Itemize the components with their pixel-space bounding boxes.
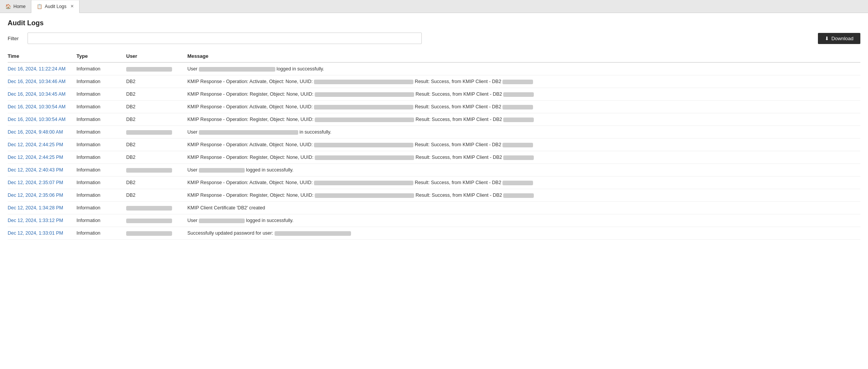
time-link[interactable]: Dec 12, 2024, 2:35:06 PM <box>8 193 63 198</box>
type-cell: Information <box>76 126 126 139</box>
audit-logs-icon: 📋 <box>37 4 42 9</box>
user-cell <box>126 214 187 227</box>
message-cell: Successfully updated password for user: <box>187 227 860 240</box>
user-cell: DB2 <box>126 139 187 151</box>
col-header-user: User <box>126 50 187 62</box>
redacted-value <box>502 105 533 109</box>
table-row: Dec 16, 2024, 9:48:00 AMInformationUser … <box>8 126 860 139</box>
user-cell: DB2 <box>126 113 187 126</box>
redacted-value <box>315 155 414 160</box>
table-row: Dec 16, 2024, 10:30:54 AMInformationDB2K… <box>8 101 860 113</box>
message-cell: KMIP Response - Operation: Register, Obj… <box>187 151 860 164</box>
message-cell: KMIP Client Certificate 'DB2' created <box>187 202 860 214</box>
main-content: Audit Logs Filter ⬇ Download Time Type U… <box>0 13 868 246</box>
message-cell: User logged in successfully. <box>187 214 860 227</box>
table-row: Dec 16, 2024, 10:34:45 AMInformationDB2K… <box>8 88 860 101</box>
message-cell: KMIP Response - Operation: Activate, Obj… <box>187 139 860 151</box>
filter-input[interactable] <box>28 33 422 44</box>
type-cell: Information <box>76 88 126 101</box>
time-link[interactable]: Dec 16, 2024, 10:34:46 AM <box>8 79 66 84</box>
user-cell: DB2 <box>126 176 187 189</box>
time-link[interactable]: Dec 12, 2024, 2:35:07 PM <box>8 180 63 185</box>
user-cell <box>126 227 187 240</box>
tab-home[interactable]: 🏠 Home <box>0 0 31 13</box>
redacted-value <box>502 143 533 147</box>
redacted-value <box>199 130 298 135</box>
table-row: Dec 12, 2024, 2:44:25 PMInformationDB2KM… <box>8 139 860 151</box>
table-header-row: Time Type User Message <box>8 50 860 62</box>
redacted-value <box>314 143 413 147</box>
tab-audit-logs[interactable]: 📋 Audit Logs ✕ <box>31 0 80 13</box>
type-cell: Information <box>76 202 126 214</box>
user-redacted <box>126 219 172 223</box>
user-cell: DB2 <box>126 189 187 202</box>
type-cell: Information <box>76 62 126 75</box>
time-link[interactable]: Dec 16, 2024, 10:30:54 AM <box>8 117 66 122</box>
page-title: Audit Logs <box>8 19 860 27</box>
redacted-value <box>314 181 413 185</box>
table-row: Dec 16, 2024, 11:22:24 AMInformationUser… <box>8 62 860 75</box>
user-redacted <box>126 206 172 211</box>
table-row: Dec 12, 2024, 2:44:25 PMInformationDB2KM… <box>8 151 860 164</box>
redacted-value <box>315 193 414 198</box>
audit-table: Time Type User Message Dec 16, 2024, 11:… <box>8 50 860 240</box>
message-cell: User in successfully. <box>187 126 860 139</box>
time-link[interactable]: Dec 12, 2024, 2:44:25 PM <box>8 155 63 160</box>
filter-label: Filter <box>8 36 23 41</box>
message-cell: User logged in successfully. <box>187 164 860 176</box>
col-header-type: Type <box>76 50 126 62</box>
time-link[interactable]: Dec 16, 2024, 10:30:54 AM <box>8 104 66 109</box>
time-link[interactable]: Dec 16, 2024, 11:22:24 AM <box>8 66 66 72</box>
type-cell: Information <box>76 101 126 113</box>
redacted-value <box>315 118 414 122</box>
redacted-value <box>275 231 351 236</box>
table-row: Dec 12, 2024, 2:40:43 PMInformationUser … <box>8 164 860 176</box>
type-cell: Information <box>76 176 126 189</box>
redacted-value <box>199 219 245 223</box>
table-row: Dec 12, 2024, 1:33:01 PMInformationSucce… <box>8 227 860 240</box>
user-cell <box>126 164 187 176</box>
user-cell <box>126 126 187 139</box>
col-header-message: Message <box>187 50 860 62</box>
filter-row: Filter ⬇ Download <box>8 33 860 44</box>
tab-home-label: Home <box>13 4 26 9</box>
message-cell: KMIP Response - Operation: Activate, Obj… <box>187 176 860 189</box>
user-cell: DB2 <box>126 101 187 113</box>
tab-audit-logs-label: Audit Logs <box>45 4 67 9</box>
message-cell: KMIP Response - Operation: Activate, Obj… <box>187 101 860 113</box>
redacted-value <box>503 118 534 122</box>
type-cell: Information <box>76 227 126 240</box>
tab-close-button[interactable]: ✕ <box>70 4 74 9</box>
type-cell: Information <box>76 189 126 202</box>
time-link[interactable]: Dec 12, 2024, 2:44:25 PM <box>8 142 63 147</box>
redacted-value <box>199 67 275 72</box>
user-redacted <box>126 130 172 135</box>
table-row: Dec 16, 2024, 10:34:46 AMInformationDB2K… <box>8 75 860 88</box>
time-link[interactable]: Dec 16, 2024, 10:34:45 AM <box>8 91 66 97</box>
redacted-value <box>502 181 533 185</box>
redacted-value <box>315 92 414 97</box>
user-cell <box>126 202 187 214</box>
type-cell: Information <box>76 214 126 227</box>
download-label: Download <box>831 36 853 41</box>
redacted-value <box>503 92 534 97</box>
redacted-value <box>503 193 534 198</box>
redacted-value <box>502 80 533 84</box>
user-redacted <box>126 168 172 173</box>
download-button[interactable]: ⬇ Download <box>818 33 860 44</box>
table-row: Dec 12, 2024, 1:33:12 PMInformationUser … <box>8 214 860 227</box>
message-cell: User logged in successfully. <box>187 62 860 75</box>
time-link[interactable]: Dec 16, 2024, 9:48:00 AM <box>8 129 63 135</box>
time-link[interactable]: Dec 12, 2024, 2:40:43 PM <box>8 167 63 173</box>
type-cell: Information <box>76 151 126 164</box>
download-icon: ⬇ <box>825 36 829 41</box>
time-link[interactable]: Dec 12, 2024, 1:33:01 PM <box>8 230 63 236</box>
time-link[interactable]: Dec 12, 2024, 1:34:28 PM <box>8 205 63 211</box>
user-redacted <box>126 231 172 236</box>
user-cell: DB2 <box>126 151 187 164</box>
type-cell: Information <box>76 164 126 176</box>
time-link[interactable]: Dec 12, 2024, 1:33:12 PM <box>8 218 63 223</box>
user-redacted <box>126 67 172 72</box>
col-header-time: Time <box>8 50 76 62</box>
user-cell <box>126 62 187 75</box>
